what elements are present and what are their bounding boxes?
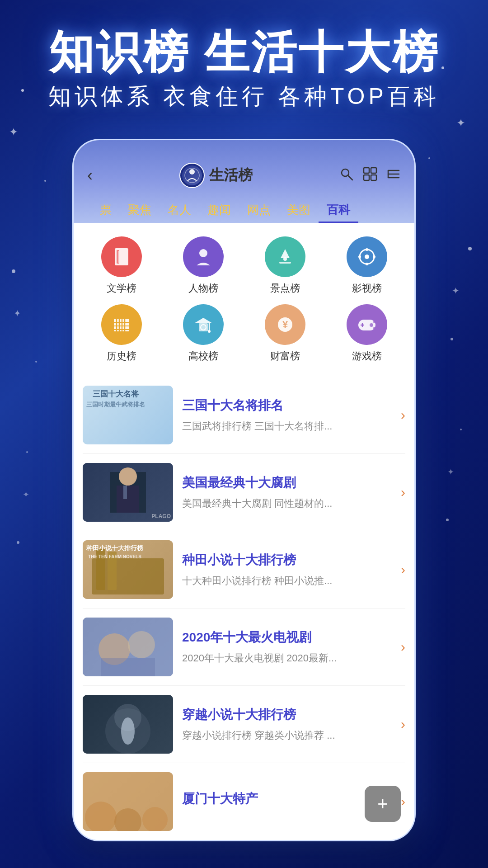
list-thumb-4 bbox=[83, 618, 173, 676]
category-grid: 文学榜 人物榜 bbox=[83, 236, 405, 363]
svg-point-42 bbox=[373, 255, 375, 258]
category-label-wenxue: 文学榜 bbox=[107, 282, 136, 295]
list-item[interactable]: 种田小说十大排行榜THE TEN FARM NOVELS 种田小说十大排行榜 十… bbox=[83, 531, 405, 609]
svg-point-40 bbox=[366, 263, 368, 265]
list-thumb-5 bbox=[83, 695, 173, 754]
category-label-lishi: 历史榜 bbox=[107, 349, 136, 363]
svg-point-38 bbox=[365, 255, 369, 259]
svg-rect-31 bbox=[117, 250, 119, 264]
category-lishi[interactable]: 历史榜 bbox=[83, 304, 160, 363]
svg-text:¥: ¥ bbox=[282, 319, 288, 330]
category-label-jingdian: 景点榜 bbox=[270, 282, 300, 295]
svg-marker-51 bbox=[194, 318, 212, 323]
list-thumb-6 bbox=[83, 772, 173, 831]
list-item[interactable]: 厦门十大特产 › bbox=[83, 763, 405, 840]
list-thumb-3: 种田小说十大排行榜THE TEN FARM NOVELS bbox=[83, 540, 173, 599]
svg-point-55 bbox=[208, 330, 211, 333]
list-info-1: 三国十大名将排名 三国武将排行榜 三国十大名将排... bbox=[182, 397, 392, 434]
list-title-5: 穿越小说十大排行榜 bbox=[182, 706, 392, 723]
category-icon-youxi bbox=[347, 304, 387, 345]
svg-rect-24 bbox=[364, 175, 369, 180]
svg-point-18 bbox=[189, 169, 195, 175]
nav-tabs: 票 聚焦 名人 趣闻 网点 美图 百科 bbox=[87, 195, 401, 223]
fab-button[interactable]: + bbox=[365, 786, 401, 822]
list-item[interactable]: 穿越小说十大排行榜 穿越小说排行榜 穿越类小说推荐 ... › bbox=[83, 686, 405, 763]
svg-point-41 bbox=[358, 255, 361, 258]
app-content: 文学榜 人物榜 bbox=[74, 223, 414, 840]
svg-point-39 bbox=[366, 248, 368, 251]
hero-title: 知识榜 生活十大榜 bbox=[18, 27, 470, 77]
list-info-6: 厦门十大特产 bbox=[182, 790, 392, 813]
list-title-1: 三国十大名将排名 bbox=[182, 397, 392, 414]
tab-quwen[interactable]: 趣闻 bbox=[199, 198, 239, 223]
list-arrow-3: › bbox=[401, 562, 405, 577]
svg-point-59 bbox=[370, 323, 373, 327]
back-button[interactable]: ‹ bbox=[87, 166, 93, 185]
search-icon[interactable] bbox=[339, 167, 354, 184]
tab-jujiao[interactable]: 聚焦 bbox=[120, 198, 160, 223]
app-header: ‹ 生活榜 bbox=[74, 140, 414, 223]
category-yingshi[interactable]: 影视榜 bbox=[328, 236, 405, 295]
tab-wangdian[interactable]: 网点 bbox=[239, 198, 279, 223]
category-icon-lishi bbox=[101, 304, 142, 345]
list-desc-1: 三国武将排行榜 三国十大名将排... bbox=[182, 420, 392, 434]
svg-rect-22 bbox=[364, 168, 369, 173]
list-title-6: 厦门十大特产 bbox=[182, 790, 392, 807]
list-arrow-6: › bbox=[401, 794, 405, 809]
category-renwu[interactable]: 人物榜 bbox=[164, 236, 242, 295]
category-icon-jingdian bbox=[265, 236, 305, 277]
category-label-caifu: 财富榜 bbox=[270, 349, 300, 363]
category-label-renwu: 人物榜 bbox=[188, 282, 218, 295]
tab-minren[interactable]: 名人 bbox=[160, 198, 199, 223]
tab-meitu[interactable]: 美图 bbox=[279, 198, 319, 223]
category-wenwue[interactable]: 文学榜 bbox=[83, 236, 160, 295]
tab-baike[interactable]: 百科 bbox=[319, 198, 358, 223]
category-icon-yingshi bbox=[347, 236, 387, 277]
list-desc-3: 十大种田小说排行榜 种田小说推... bbox=[182, 574, 392, 588]
list-item[interactable]: 三国十大名将三国时期最牛武将排名 三国十大名将排名 三国武将排行榜 三国十大名将… bbox=[83, 377, 405, 454]
svg-point-61 bbox=[373, 327, 376, 330]
category-icon-caifu: ¥ bbox=[265, 304, 305, 345]
list-title-2: 美国最经典十大腐剧 bbox=[182, 474, 392, 491]
phone-container: ‹ 生活榜 bbox=[0, 139, 488, 841]
list-arrow-5: › bbox=[401, 717, 405, 732]
svg-point-73 bbox=[128, 631, 155, 658]
list-info-4: 2020年十大最火电视剧 2020年十大最火电视剧 2020最新... bbox=[182, 629, 392, 665]
svg-rect-67 bbox=[123, 486, 127, 499]
list-icon[interactable] bbox=[386, 167, 401, 184]
list-desc-2: 美国最经典十大腐剧 同性题材的... bbox=[182, 497, 392, 511]
list-desc-4: 2020年十大最火电视剧 2020最新... bbox=[182, 651, 392, 665]
category-label-youxi: 游戏榜 bbox=[352, 349, 382, 363]
list-title-4: 2020年十大最火电视剧 bbox=[182, 629, 392, 646]
svg-marker-34 bbox=[281, 249, 290, 258]
hero-subtitle: 知识体系 衣食住行 各种TOP百科 bbox=[18, 81, 470, 112]
svg-point-33 bbox=[199, 249, 207, 257]
category-caifu[interactable]: ¥ 财富榜 bbox=[246, 304, 324, 363]
list-item[interactable]: 2020年十大最火电视剧 2020年十大最火电视剧 2020最新... › bbox=[83, 609, 405, 686]
logo-title-group: 生活榜 bbox=[179, 163, 253, 188]
list-section: 三国十大名将三国时期最牛武将排名 三国十大名将排名 三国武将排行榜 三国十大名将… bbox=[74, 377, 414, 840]
category-icon-renwu bbox=[183, 236, 224, 277]
app-logo bbox=[179, 163, 205, 188]
svg-rect-66 bbox=[117, 486, 139, 513]
category-gaoxiao[interactable]: 高校榜 bbox=[164, 304, 242, 363]
list-info-5: 穿越小说十大排行榜 穿越小说排行榜 穿越类小说推荐 ... bbox=[182, 706, 392, 743]
list-arrow-4: › bbox=[401, 639, 405, 655]
header-icons bbox=[339, 167, 401, 184]
list-arrow-2: › bbox=[401, 485, 405, 500]
tab-piao[interactable]: 票 bbox=[92, 198, 120, 223]
logo-inner bbox=[182, 165, 202, 185]
list-item[interactable]: PLAGO 美国最经典十大腐剧 美国最经典十大腐剧 同性题材的... › bbox=[83, 454, 405, 531]
category-icon-gaoxiao bbox=[183, 304, 224, 345]
svg-point-35 bbox=[283, 257, 287, 261]
category-jingdian[interactable]: 景点榜 bbox=[246, 236, 324, 295]
phone-frame: ‹ 生活榜 bbox=[72, 139, 416, 841]
svg-point-60 bbox=[373, 321, 376, 323]
category-icon-wenxue bbox=[101, 236, 142, 277]
category-youxi[interactable]: 游戏榜 bbox=[328, 304, 405, 363]
svg-rect-23 bbox=[371, 168, 376, 173]
hero-section: 知识榜 生活十大榜 知识体系 衣食住行 各种TOP百科 bbox=[0, 0, 488, 130]
grid-icon[interactable] bbox=[363, 167, 377, 184]
svg-rect-36 bbox=[279, 262, 291, 264]
svg-point-77 bbox=[121, 717, 135, 745]
